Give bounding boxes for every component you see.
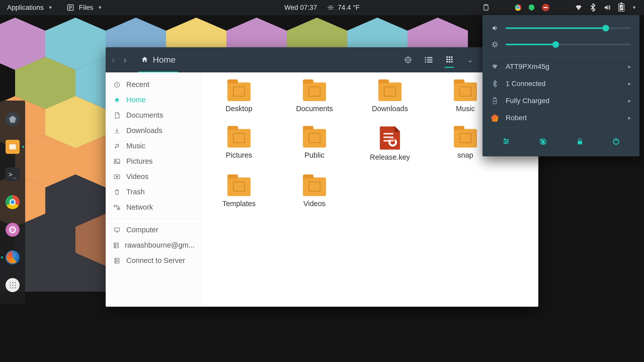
icon-view-button[interactable] [445,59,454,68]
sidebar-separator [106,218,201,219]
svg-rect-3 [69,9,71,9]
bluetooth-icon[interactable] [590,4,596,12]
sidebar-item-recent[interactable]: Recent [106,77,201,92]
sidebar-item-label: Network [126,203,153,211]
clock[interactable]: Wed 07:37 [284,4,317,12]
sidebar-item-network[interactable]: Network [106,200,201,215]
sidebar-item-documents[interactable]: Documents [106,108,201,123]
dock-app-chrome[interactable] [6,195,20,209]
no-entry-icon[interactable] [542,4,549,11]
applications-menu[interactable]: Applications [7,4,44,12]
system-menu-item-battery[interactable]: Fully Charged▸ [482,92,639,109]
file-label: Pictures [226,151,252,159]
sidebar-item-music[interactable]: Music [106,138,201,154]
volume-slider[interactable] [506,27,631,29]
dock-app-terminal[interactable]: >_ [6,167,20,182]
nav-back-button[interactable]: ‹ [112,55,115,65]
svg-rect-8 [425,57,426,58]
svg-rect-42 [493,98,497,104]
svg-point-7 [405,57,411,63]
rotation-lock-button[interactable] [539,137,547,148]
dock-app-settings[interactable] [6,223,20,237]
recent-icon [113,81,121,88]
sidebar-item-label: Downloads [126,126,162,135]
file-item[interactable]: Downloads [362,80,418,113]
separator [490,128,632,128]
svg-rect-5 [485,4,487,6]
chevron-right-icon: ▸ [628,115,631,121]
desktop: Applications ▼ Files ▼ Wed 07:37 74.4 °F [0,0,644,362]
power-button[interactable] [612,137,620,148]
sidebar-item-videos[interactable]: Videos [106,169,201,184]
sidebar-item-label: Computer [126,226,158,234]
file-item[interactable]: Pictures [211,126,267,161]
sidebar-item-downloads[interactable]: Downloads [106,123,201,138]
file-item[interactable]: Public [287,126,342,161]
wifi-icon[interactable] [575,4,583,11]
settings-button[interactable] [502,137,510,148]
svg-rect-12 [425,61,426,63]
file-item[interactable]: Videos [287,175,342,208]
battery-icon[interactable]: ✓ [618,4,624,12]
location-button[interactable] [404,55,413,64]
list-view-button[interactable] [424,55,433,64]
file-label: Music [456,105,475,113]
trash-icon [113,189,121,195]
weather-indicator[interactable]: 74.4 °F [327,4,359,12]
file-item[interactable]: Templates [211,175,267,208]
system-menu-item-user[interactable]: Robert▸ [482,109,639,126]
svg-point-39 [116,259,116,259]
file-item[interactable]: Release.key [362,126,418,161]
sidebar-item-home[interactable]: Home [106,92,201,108]
sidebar-item-server[interactable]: rawashbourne@gm... [106,238,201,253]
sidebar-item-label: Documents [126,111,163,119]
file-item[interactable]: Documents [287,80,342,113]
downloads-icon [113,127,121,134]
sidebar-item-pictures[interactable]: Pictures [106,154,201,169]
system-menu-label: 1 Connected [506,80,546,88]
brightness-slider[interactable] [506,44,631,45]
brightness-slider-row [482,38,639,55]
svg-rect-17 [446,59,448,60]
sidebar-item-trash[interactable]: Trash [106,184,201,200]
computer-icon [113,227,121,233]
separator [490,56,632,57]
dock-app-firefox[interactable] [6,250,20,264]
server-icon [113,257,121,264]
lock-button[interactable] [576,137,584,148]
dock-app-files[interactable] [6,140,20,154]
view-options-button[interactable]: ⌄ [465,55,474,64]
file-label: Desktop [226,105,252,113]
system-menu-label: Fully Charged [506,97,549,105]
key-file-icon [380,126,400,150]
svg-point-41 [493,43,497,46]
documents-icon [113,112,121,119]
svg-rect-22 [451,61,453,63]
svg-rect-48 [578,141,582,145]
clipboard-icon[interactable] [482,4,490,12]
sidebar-item-computer[interactable]: Computer [106,222,201,238]
dock-app-software[interactable] [6,112,20,126]
system-menu-item-wifi[interactable]: ATT9PXm45g▸ [482,58,639,75]
sidebar-item-server[interactable]: Connect to Server [106,253,201,268]
files-menu[interactable]: Files [79,4,93,12]
file-item[interactable]: Desktop [211,80,267,113]
nav-forward-button[interactable]: › [124,55,127,65]
system-menu-item-bluetooth[interactable]: 1 Connected▸ [482,75,639,92]
home-icon [113,97,121,103]
svg-rect-16 [451,56,453,58]
chrome-tray-icon[interactable] [515,4,521,11]
dock-show-apps[interactable] [6,278,20,292]
file-label: Release.key [370,153,410,161]
svg-rect-4 [484,5,488,10]
chevron-down-icon[interactable]: ▼ [632,5,636,10]
system-menu: ATT9PXm45g▸1 Connected▸Fully Charged▸Rob… [482,15,639,156]
svg-rect-1 [69,6,72,7]
files-window: ‹ › Home ⌄ — RecentHomeDocumentsDownload… [106,47,538,307]
shield-tray-icon[interactable] [529,4,534,11]
folder-icon [454,82,477,101]
location-breadcrumb[interactable]: Home [138,47,178,73]
volume-icon[interactable] [603,4,611,11]
folder-icon [227,177,251,196]
svg-rect-2 [69,7,72,8]
